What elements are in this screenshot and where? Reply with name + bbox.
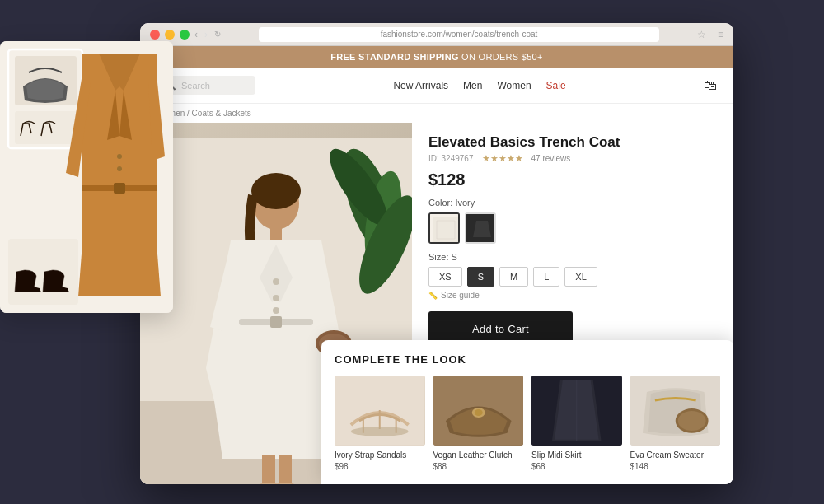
url-text: fashionstore.com/women/coats/trench-coat: [381, 30, 538, 39]
promo-banner: FREE STANDARD SHIPPING ON ORDERS $50+: [140, 46, 733, 68]
size-s[interactable]: S: [467, 267, 494, 287]
color-label: Color: Ivory: [428, 198, 717, 208]
browser-window: ‹ › ↻ fashionstore.com/women/coats/trenc…: [140, 23, 733, 484]
sandals-price: $98: [335, 462, 425, 471]
minimize-button[interactable]: [165, 30, 175, 40]
forward-icon[interactable]: ›: [204, 29, 208, 40]
nav-men[interactable]: Men: [463, 80, 482, 91]
svg-rect-41: [114, 183, 125, 194]
svg-point-42: [117, 154, 122, 159]
size-xl[interactable]: XL: [564, 267, 597, 287]
product-meta: ID: 3249767 ★★★★★ 47 reviews: [428, 153, 717, 164]
product-rating: ★★★★★: [482, 153, 523, 164]
color-swatch-ivory[interactable]: [428, 212, 460, 244]
skirt-price: $68: [531, 462, 622, 471]
sweater-price: $148: [630, 462, 721, 471]
skirt-image: [531, 376, 622, 446]
svg-point-30: [474, 409, 482, 416]
clutch-image: [433, 376, 524, 446]
promo-regular-text: ON ORDERS $50+: [461, 52, 543, 62]
sandals-image: [335, 376, 425, 446]
close-button[interactable]: [150, 30, 160, 40]
product-title: Elevated Basics Trench Coat: [428, 134, 717, 151]
svg-point-11: [273, 278, 279, 285]
svg-rect-10: [270, 316, 282, 328]
svg-point-43: [117, 166, 122, 171]
svg-rect-8: [270, 226, 282, 241]
maximize-button[interactable]: [180, 30, 190, 40]
svg-point-27: [351, 427, 409, 436]
nav-new-arrivals[interactable]: New Arrivals: [393, 80, 448, 91]
size-m[interactable]: M: [499, 267, 528, 287]
svg-rect-16: [262, 455, 275, 485]
svg-point-35: [677, 411, 705, 431]
breadcrumb: Women / Coats & Jackets: [140, 104, 733, 123]
color-swatches: [428, 212, 717, 244]
mac-titlebar: ‹ › ↻ fashionstore.com/women/coats/trenc…: [140, 23, 733, 46]
clutch-name: Vegan Leather Clutch: [433, 450, 524, 460]
sweater-name: Eva Cream Sweater: [630, 450, 721, 460]
clutch-price: $88: [433, 462, 524, 471]
complete-look-panel: COMPLETE THE LOOK Ivory Stra: [321, 340, 733, 484]
store-nav: 🔍 Search New Arrivals Men Women Sale 🛍: [140, 68, 733, 104]
flat-lay-card: [0, 41, 173, 313]
product-id: ID: 3249767: [428, 154, 474, 163]
nav-women[interactable]: Women: [497, 80, 531, 91]
cart-icon[interactable]: 🛍: [704, 78, 717, 93]
nav-links: New Arrivals Men Women Sale: [272, 80, 687, 91]
size-buttons: XS S M L XL: [428, 267, 717, 287]
look-item-sandals[interactable]: Ivory Strap Sandals $98: [335, 376, 425, 471]
size-section: Size: S XS S M L XL 📏 Size guide: [428, 252, 717, 300]
size-label: Size: S: [428, 252, 717, 262]
svg-rect-17: [279, 455, 292, 485]
sandals-name: Ivory Strap Sandals: [335, 450, 425, 460]
size-l[interactable]: L: [533, 267, 559, 287]
look-item-sweater[interactable]: Eva Cream Sweater $148: [630, 376, 721, 471]
svg-point-7: [251, 173, 301, 209]
promo-bold-text: FREE STANDARD SHIPPING: [330, 52, 459, 62]
bookmark-icon[interactable]: ☆: [697, 29, 706, 40]
svg-point-13: [273, 307, 279, 314]
svg-point-12: [273, 295, 279, 301]
product-price: $128: [428, 170, 717, 189]
search-placeholder: Search: [181, 81, 210, 91]
size-guide-link[interactable]: 📏 Size guide: [428, 291, 717, 300]
complete-look-title: COMPLETE THE LOOK: [335, 353, 720, 366]
sweater-image: [630, 376, 721, 446]
ruler-icon: 📏: [428, 292, 438, 300]
menu-icon[interactable]: ≡: [718, 29, 723, 40]
look-items: Ivory Strap Sandals $98 Vegan L: [335, 376, 720, 471]
size-xs[interactable]: XS: [428, 267, 462, 287]
color-swatch-black[interactable]: [465, 212, 496, 244]
back-icon[interactable]: ‹: [194, 29, 198, 40]
skirt-name: Slip Midi Skirt: [531, 450, 622, 460]
look-item-skirt[interactable]: Slip Midi Skirt $68: [531, 376, 622, 471]
product-reviews: 47 reviews: [531, 154, 571, 163]
nav-controls: ‹ › ↻: [194, 29, 221, 40]
size-guide-text: Size guide: [441, 291, 480, 300]
reload-icon[interactable]: ↻: [214, 30, 221, 39]
url-bar[interactable]: fashionstore.com/women/coats/trench-coat: [259, 27, 659, 42]
look-item-clutch[interactable]: Vegan Leather Clutch $88: [433, 376, 524, 471]
nav-sale[interactable]: Sale: [546, 80, 566, 91]
color-section: Color: Ivory: [428, 198, 717, 244]
svg-rect-39: [15, 111, 77, 144]
